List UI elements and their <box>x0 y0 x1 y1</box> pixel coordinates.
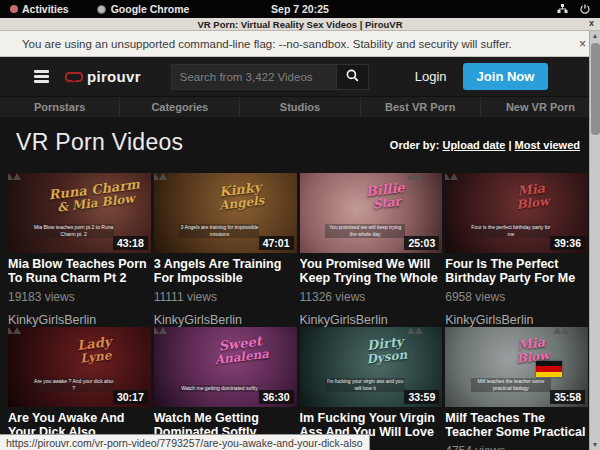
search-button[interactable] <box>337 64 369 90</box>
studio-watermark-cat-icon <box>159 177 181 197</box>
chrome-infobar: You are using an unsupported command-lin… <box>0 31 600 57</box>
video-thumbnail[interactable]: Dirty Dyson I'm fucking your virgin ass … <box>300 327 443 407</box>
thumbnail-caption: Milf teaches the teacher some practical … <box>471 378 551 392</box>
vr-goggles-icon <box>65 72 83 82</box>
hamburger-menu-icon[interactable] <box>34 70 49 83</box>
main-nav: PornstarsCategoriesStudiosBest VR PornNe… <box>0 96 600 117</box>
video-thumbnail[interactable]: Sweet Analena Watch me getting dominated… <box>154 327 297 407</box>
video-card[interactable]: Billie Star You promised we will keep tr… <box>300 173 443 327</box>
screen: Activities Google Chrome Sep 7 20:25 VR … <box>0 0 600 450</box>
order-separator: | <box>508 139 511 151</box>
video-title[interactable]: Mia Blow Teaches Porn To Runa Charm Pt 2 <box>8 257 151 287</box>
clock[interactable]: Sep 7 20:25 <box>0 3 600 15</box>
video-thumbnail[interactable]: Lady Lyne Are you awake ? And your dick … <box>8 327 151 407</box>
video-channel-link[interactable]: KinkyGirlsBerlin <box>300 313 443 327</box>
video-thumbnail[interactable]: Billie Star You promised we will keep tr… <box>300 173 443 253</box>
video-channel-link[interactable]: KinkyGirlsBerlin <box>8 313 151 327</box>
nav-item-best-vr-porn[interactable]: Best VR Porn <box>361 97 481 117</box>
join-now-button[interactable]: Join Now <box>463 63 549 90</box>
thumbnail-caption: I'm fucking your virgin ass and you will… <box>325 378 405 392</box>
duration-badge: 47:01 <box>259 236 294 250</box>
app-menu-button[interactable]: Google Chrome <box>97 3 190 15</box>
nav-item-pornstars[interactable]: Pornstars <box>0 97 120 117</box>
site-logo[interactable]: pirouvr <box>65 68 141 85</box>
order-upload-date-link[interactable]: Upload date <box>442 139 505 151</box>
video-card[interactable]: Lady Lyne Are you awake ? And your dick … <box>8 327 151 450</box>
app-menu-label: Google Chrome <box>111 3 190 15</box>
window-title-bar[interactable]: VR Porn: Virtual Reality Sex Videos | Pi… <box>0 18 600 31</box>
thumbnail-caption: Mia Blow teaches porn pt 2 to Runa Charm… <box>34 224 114 238</box>
german-flag-icon <box>536 361 562 377</box>
scroll-down-icon[interactable]: ▼ <box>590 440 600 450</box>
video-thumbnail[interactable]: Mia Blow Milf teaches the teacher some p… <box>445 327 588 407</box>
studio-watermark-cat-icon <box>159 331 181 351</box>
duration-badge: 30:17 <box>113 390 148 404</box>
power-icon[interactable] <box>580 4 590 14</box>
thumbnail-overlay-text: Lady Lyne <box>44 331 146 369</box>
video-views: 11326 views <box>300 290 443 304</box>
infobar-close-icon[interactable]: × <box>579 37 586 51</box>
site-header: pirouvr Login Join Now <box>0 57 600 96</box>
video-card[interactable]: Dirty Dyson I'm fucking your virgin ass … <box>300 327 443 450</box>
studio-watermark-cat-icon <box>561 331 583 351</box>
thumbnail-caption: Four is the perfect birthday party for m… <box>471 224 551 238</box>
order-most-viewed-link[interactable]: Most viewed <box>515 139 580 151</box>
video-views: 19183 views <box>8 290 151 304</box>
video-thumbnail[interactable]: Kinky Angels 3 Angels are training for i… <box>154 173 297 253</box>
duration-badge: 33:59 <box>404 390 439 404</box>
video-views: 4754 views <box>445 444 588 450</box>
duration-badge: 35:58 <box>550 390 585 404</box>
studio-watermark-cat-icon <box>450 177 472 197</box>
scrollbar-thumb[interactable] <box>591 43 600 135</box>
activities-dot-icon <box>10 5 18 13</box>
duration-badge: 36:30 <box>259 390 294 404</box>
video-card[interactable]: Kinky Angels 3 Angels are training for i… <box>154 173 297 327</box>
video-card[interactable]: Mia Blow Four is the perfect birthday pa… <box>445 173 588 327</box>
video-title[interactable]: You Promised We Will Keep Trying The Who… <box>300 257 443 287</box>
nav-item-new-vr-porn[interactable]: New VR Porn <box>481 97 600 117</box>
video-card[interactable]: Sweet Analena Watch me getting dominated… <box>154 327 297 450</box>
thumbnail-overlay-text: Runa Charm & Mia Blow <box>44 177 146 215</box>
system-top-bar: Activities Google Chrome Sep 7 20:25 <box>0 0 600 18</box>
studio-watermark-cat-icon <box>415 331 437 351</box>
search-input[interactable] <box>171 64 337 90</box>
search-bar <box>171 64 369 90</box>
duration-badge: 39:36 <box>550 236 585 250</box>
thumbnail-caption: Are you awake ? And your dick also ? <box>34 378 114 392</box>
video-thumbnail[interactable]: Runa Charm & Mia Blow Mia Blow teaches p… <box>8 173 151 253</box>
network-icon[interactable] <box>557 4 568 14</box>
window-title: VR Porn: Virtual Reality Sex Videos | Pi… <box>197 19 402 30</box>
video-card[interactable]: Runa Charm & Mia Blow Mia Blow teaches p… <box>8 173 151 327</box>
order-by: Order by: Upload date | Most viewed <box>390 139 580 151</box>
nav-item-studios[interactable]: Studios <box>240 97 360 117</box>
search-icon <box>346 69 359 85</box>
nav-item-categories[interactable]: Categories <box>120 97 240 117</box>
thumbnail-overlay-text: Sweet Analena <box>189 331 291 369</box>
status-bar-url: https://pirouvr.com/vr-porn-video/779325… <box>0 434 370 450</box>
infobar-message: You are using an unsupported command-lin… <box>22 38 512 50</box>
activities-button[interactable]: Activities <box>10 3 69 15</box>
window-close-icon[interactable]: x <box>589 18 594 28</box>
video-card[interactable]: Mia Blow Milf teaches the teacher some p… <box>445 327 588 450</box>
studio-watermark-cat-icon <box>13 331 35 351</box>
video-channel-link[interactable]: KinkyGirlsBerlin <box>154 313 297 327</box>
video-title[interactable]: Four Is The Perfect Birthday Party For M… <box>445 257 588 287</box>
video-title[interactable]: Milf Teaches The Teacher Some Practical … <box>445 411 588 441</box>
chrome-app-icon <box>97 5 106 14</box>
logo-text: pirouvr <box>87 68 141 85</box>
video-views: 6958 views <box>445 290 588 304</box>
thumbnail-caption: Watch me getting dominated softly <box>179 385 259 392</box>
activities-label: Activities <box>22 3 69 15</box>
studio-watermark-cat-icon <box>13 177 35 197</box>
thumbnail-caption: You promised we will keep trying the who… <box>325 224 405 238</box>
video-title[interactable]: 3 Angels Are Training For Impossible Mis… <box>154 257 297 287</box>
thumbnail-caption: 3 Angels are training for impossible mis… <box>179 224 259 238</box>
studio-watermark-cat-icon <box>415 177 437 197</box>
video-channel-link[interactable]: KinkyGirlsBerlin <box>445 313 588 327</box>
vertical-scrollbar[interactable]: ▲ ▼ <box>589 31 600 450</box>
order-by-label: Order by: <box>390 139 440 151</box>
duration-badge: 25:03 <box>404 236 439 250</box>
login-link[interactable]: Login <box>415 69 447 84</box>
scroll-up-icon[interactable]: ▲ <box>590 31 600 41</box>
video-thumbnail[interactable]: Mia Blow Four is the perfect birthday pa… <box>445 173 588 253</box>
